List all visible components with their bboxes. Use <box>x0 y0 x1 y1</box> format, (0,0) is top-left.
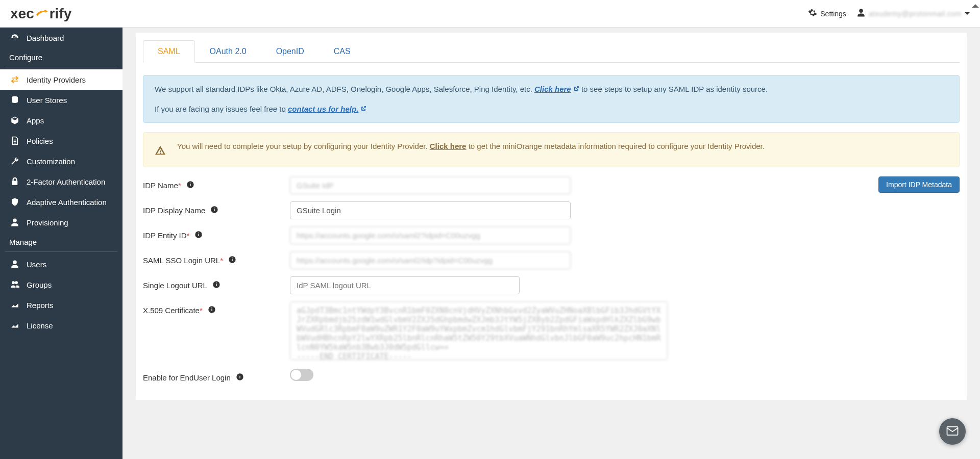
protocol-tabs: SAML OAuth 2.0 OpenID CAS <box>143 40 960 63</box>
sidebar: Dashboard Configure Identity Providers U… <box>0 28 122 459</box>
contact-us-link[interactable]: contact us for help. <box>288 105 366 113</box>
info-icon[interactable]: i <box>212 280 220 290</box>
lock-icon <box>9 177 20 186</box>
sidebar-label: License <box>27 321 53 330</box>
sso-url-input[interactable] <box>290 251 571 269</box>
alert-text: We support all standard IDPs like Okta, … <box>155 85 534 93</box>
cube-icon <box>9 116 20 125</box>
main-content: SAML OAuth 2.0 OpenID CAS We support all… <box>122 28 980 459</box>
info-icon[interactable]: i <box>208 305 216 315</box>
caret-down-icon <box>965 10 970 18</box>
sidebar-item-provisioning[interactable]: Provisioning <box>0 212 122 233</box>
tab-cas[interactable]: CAS <box>319 40 365 63</box>
sidebar-label: Identity Providers <box>27 75 86 84</box>
svg-text:i: i <box>211 307 212 312</box>
enable-enduser-label: Enable for EndUser Login i <box>143 369 290 382</box>
import-metadata-button[interactable]: Import IDP Metadata <box>878 176 960 193</box>
info-icon[interactable]: i <box>210 206 218 215</box>
svg-text:i: i <box>198 232 200 237</box>
cert-textarea[interactable]: aGJpdT3Bmc1ntYWdpY3BvcnR1bmF0ZXN0cnVjdHV… <box>290 301 668 360</box>
svg-text:i: i <box>232 257 233 262</box>
brand-logo: xec rify <box>10 6 71 22</box>
sidebar-label: Reports <box>27 301 54 310</box>
svg-rect-16 <box>947 426 958 435</box>
alert-text: You will need to complete your setup by … <box>177 142 430 150</box>
topbar: xec rify Settings atxudemy@protonmail.co… <box>0 0 980 28</box>
chart-icon <box>9 321 20 330</box>
sidebar-label: Users <box>27 260 46 269</box>
user-menu[interactable]: atxudemy@protonmail.com <box>856 8 970 19</box>
alert-text: If you are facing any issues feel free t… <box>155 105 288 113</box>
sidebar-item-user-stores[interactable]: User Stores <box>0 90 122 110</box>
cert-label: X.509 Certificate* i <box>143 301 290 315</box>
tab-oauth[interactable]: OAuth 2.0 <box>195 40 261 63</box>
mail-icon <box>945 424 960 440</box>
contact-fab[interactable] <box>939 418 966 445</box>
sidebar-item-dashboard[interactable]: Dashboard <box>0 28 122 48</box>
users-icon <box>9 280 20 289</box>
svg-text:i: i <box>216 282 217 287</box>
alert-text: to get the miniOrange metadata informati… <box>469 142 765 150</box>
sidebar-section-configure: Configure <box>0 48 122 65</box>
sidebar-label: Adaptive Authentication <box>27 198 107 207</box>
shield-icon <box>9 197 20 207</box>
enable-enduser-toggle[interactable] <box>290 369 313 381</box>
idp-display-input[interactable] <box>290 201 571 219</box>
sidebar-label: Customization <box>27 157 75 166</box>
warning-alert: You will need to complete your setup by … <box>143 132 960 167</box>
user-icon <box>9 260 20 269</box>
idp-name-label: IDP Name* i <box>143 176 290 190</box>
sidebar-item-apps[interactable]: Apps <box>0 110 122 131</box>
sidebar-label: Dashboard <box>27 34 64 42</box>
external-link-icon <box>360 105 366 113</box>
user-icon <box>856 8 866 19</box>
sidebar-label: Provisioning <box>27 218 68 227</box>
user-icon <box>9 218 20 227</box>
settings-link[interactable]: Settings <box>808 8 846 19</box>
external-link-icon <box>573 85 579 93</box>
database-icon <box>9 95 20 105</box>
entity-id-label: IDP Entity ID* i <box>143 226 290 240</box>
scroll-up-arrow[interactable] <box>972 2 979 11</box>
sso-url-label: SAML SSO Login URL* i <box>143 251 290 265</box>
sidebar-item-reports[interactable]: Reports <box>0 295 122 315</box>
logout-url-label: Single Logout URL i <box>143 276 290 290</box>
sidebar-item-policies[interactable]: Policies <box>0 131 122 151</box>
warning-icon <box>155 145 166 158</box>
click-here-warn-link[interactable]: Click here <box>430 142 467 150</box>
info-icon[interactable]: i <box>186 181 194 190</box>
divider <box>5 251 117 252</box>
sidebar-section-manage: Manage <box>0 233 122 249</box>
gear-icon <box>808 8 817 19</box>
tab-openid[interactable]: OpenID <box>261 40 319 63</box>
exchange-icon <box>9 75 20 84</box>
idp-name-input[interactable] <box>290 176 571 194</box>
sidebar-item-users[interactable]: Users <box>0 254 122 274</box>
idp-display-label: IDP Display Name i <box>143 201 290 215</box>
settings-label: Settings <box>820 10 846 18</box>
sidebar-item-customization[interactable]: Customization <box>0 151 122 171</box>
sidebar-item-adaptive-auth[interactable]: Adaptive Authentication <box>0 192 122 212</box>
sidebar-label: Apps <box>27 116 44 125</box>
divider <box>5 67 117 67</box>
sidebar-item-identity-providers[interactable]: Identity Providers <box>0 69 122 90</box>
info-alert: We support all standard IDPs like Okta, … <box>143 75 960 123</box>
swoosh-icon <box>35 7 48 20</box>
info-icon[interactable]: i <box>194 231 203 240</box>
info-icon[interactable]: i <box>236 373 244 382</box>
sidebar-label: Groups <box>27 280 52 289</box>
user-email: atxudemy@protonmail.com <box>869 10 962 18</box>
info-icon[interactable]: i <box>228 256 236 265</box>
svg-text:i: i <box>189 182 191 187</box>
wrench-icon <box>9 157 20 166</box>
tab-saml[interactable]: SAML <box>143 40 195 63</box>
svg-text:i: i <box>214 207 215 212</box>
sidebar-label: 2-Factor Authentication <box>27 177 105 186</box>
click-here-link[interactable]: Click here <box>534 85 579 93</box>
sidebar-item-groups[interactable]: Groups <box>0 274 122 295</box>
entity-id-input[interactable] <box>290 226 571 244</box>
logout-url-input[interactable] <box>290 276 520 294</box>
sidebar-item-2fa[interactable]: 2-Factor Authentication <box>0 171 122 192</box>
file-icon <box>9 136 20 145</box>
sidebar-item-license[interactable]: License <box>0 315 122 336</box>
